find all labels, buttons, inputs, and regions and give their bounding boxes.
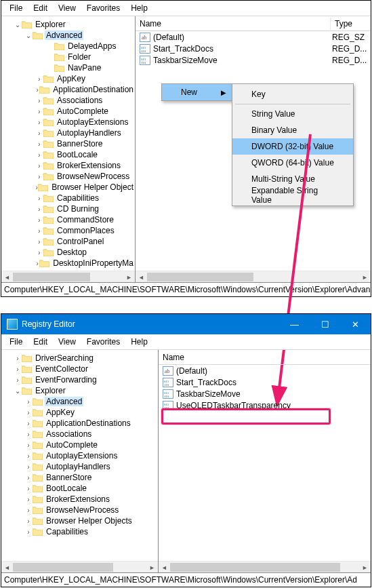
menu-file[interactable]: File [4, 336, 28, 348]
scroll-right-icon[interactable]: ► [146, 562, 158, 572]
list-row[interactable]: ab(Default)REG_SZ [136, 31, 371, 43]
chevron-right-icon[interactable]: › [35, 248, 43, 256]
chevron-right-icon[interactable]: › [24, 419, 33, 427]
ctx-item[interactable]: String Value [232, 106, 353, 122]
col-name[interactable]: Name [136, 18, 331, 30]
scroll-right-icon[interactable]: ► [359, 271, 371, 282]
ctx-item[interactable]: Key [232, 86, 353, 102]
chevron-right-icon[interactable]: › [24, 517, 33, 525]
chevron-right-icon[interactable]: › [35, 140, 43, 148]
chevron-right-icon[interactable]: › [35, 194, 43, 202]
tree-item[interactable]: ›DriverSearching [1, 353, 158, 364]
menu-edit[interactable]: Edit [28, 336, 53, 348]
menu-view[interactable]: View [53, 336, 81, 348]
tree-item[interactable]: ›BootLocale [1, 149, 135, 160]
chevron-right-icon[interactable]: › [35, 96, 43, 104]
tree-item[interactable]: ›ApplicationDestination [1, 84, 135, 95]
list-scrollbar-h[interactable]: ◄ ► [159, 561, 371, 572]
tree-item[interactable]: ›AutoplayExtensions [1, 117, 135, 128]
list-row[interactable]: ab(Default) [159, 365, 371, 376]
ctx-item[interactable]: Binary Value [232, 122, 353, 138]
chevron-right-icon[interactable]: › [35, 75, 43, 83]
tree-item[interactable]: ›BannerStore [1, 472, 158, 483]
list-pane[interactable]: Name ab(Default)011110Start_TrackDocs011… [159, 350, 371, 572]
tree-item[interactable]: ›ControlPanel [1, 236, 135, 247]
chevron-right-icon[interactable]: › [24, 506, 33, 514]
list-row[interactable]: 011110Start_TrackDocs [159, 376, 371, 388]
menu-favorites[interactable]: Favorites [81, 336, 125, 348]
tree-item[interactable]: ›CommonPlaces [1, 225, 135, 236]
tree-item[interactable]: ›BrokerExtensions [1, 494, 158, 505]
tree-item[interactable]: ›BannerStore [1, 138, 135, 149]
chevron-right-icon[interactable]: › [24, 473, 33, 482]
ctx-item[interactable]: DWORD (32-bit) Value [232, 138, 353, 155]
tree-item[interactable]: ›Browser Helper Object [1, 182, 135, 193]
chevron-down-icon[interactable]: ⌄ [14, 387, 22, 395]
tree-item[interactable]: ›Folder [1, 52, 135, 62]
tree-item[interactable]: ›Associations [1, 95, 135, 106]
menu-help[interactable]: Help [125, 2, 153, 14]
ctx-new[interactable]: New ▶ [162, 84, 232, 100]
chevron-right-icon[interactable]: › [24, 528, 33, 536]
maximize-button[interactable]: ☐ [310, 314, 340, 334]
tree-item[interactable]: ⌄Explorer [1, 385, 158, 396]
chevron-right-icon[interactable]: › [24, 495, 33, 503]
tree-item[interactable]: ›BootLocale [1, 483, 158, 494]
tree-scrollbar-h[interactable]: ◄ ► [1, 271, 135, 282]
tree-item[interactable]: ›Associations [1, 429, 158, 439]
tree-item[interactable]: ›DesktopIniPropertyMa [1, 258, 135, 269]
chevron-down-icon[interactable]: ⌄ [24, 31, 33, 39]
chevron-right-icon[interactable]: › [14, 376, 22, 384]
tree-item[interactable]: ›EventCollector [1, 364, 158, 374]
tree-item[interactable]: ›Desktop [1, 247, 135, 258]
col-type[interactable]: Type [331, 18, 371, 30]
tree-item[interactable]: ›BrokerExtensions [1, 160, 135, 171]
tree-item[interactable]: ›DelayedApps [1, 41, 135, 52]
tree-item[interactable]: ›BrowseNewProcess [1, 171, 135, 182]
chevron-right-icon[interactable]: › [35, 227, 43, 235]
tree-item[interactable]: ›NavPane [1, 62, 135, 73]
ctx-item[interactable]: Multi-String Value [232, 171, 353, 187]
tree-item[interactable]: ›Capabilities [1, 193, 135, 203]
tree-item[interactable]: ⌄Advanced [1, 30, 135, 41]
tree-item[interactable]: ⌄Explorer [1, 19, 135, 30]
list-row[interactable]: 011110Start_TrackDocsREG_D... [136, 43, 371, 54]
col-name[interactable]: Name [159, 351, 371, 364]
tree-item[interactable]: ›AppKey [1, 407, 158, 418]
menu-edit[interactable]: Edit [28, 2, 53, 14]
chevron-right-icon[interactable]: › [35, 205, 43, 213]
chevron-right-icon[interactable]: › [35, 161, 43, 170]
menu-view[interactable]: View [53, 2, 81, 14]
scroll-left-icon[interactable]: ◄ [136, 271, 147, 282]
menu-file[interactable]: File [4, 2, 28, 14]
tree-item[interactable]: ›AutoComplete [1, 106, 135, 117]
close-button[interactable]: ✕ [340, 314, 371, 334]
ctx-item[interactable]: QWORD (64-bit) Value [232, 155, 353, 171]
scroll-right-icon[interactable]: ► [123, 271, 135, 282]
chevron-right-icon[interactable]: › [24, 441, 33, 449]
chevron-right-icon[interactable]: › [14, 365, 22, 373]
tree-pane[interactable]: ⌄Explorer⌄Advanced›DelayedApps›Folder›Na… [1, 16, 136, 282]
chevron-right-icon[interactable]: › [24, 397, 33, 406]
menu-favorites[interactable]: Favorites [81, 2, 125, 14]
tree-item[interactable]: ›Browser Helper Objects [1, 515, 158, 526]
chevron-right-icon[interactable]: › [35, 151, 43, 159]
tree-item[interactable]: ›CD Burning [1, 203, 135, 214]
chevron-right-icon[interactable]: › [24, 452, 33, 460]
tree-item[interactable]: ›AutoplayHandlers [1, 128, 135, 138]
tree-item[interactable]: ›AutoplayHandlers [1, 461, 158, 472]
tree-item[interactable]: ›ApplicationDestinations [1, 418, 158, 429]
scroll-left-icon[interactable]: ◄ [1, 562, 13, 572]
ctx-item[interactable]: Expandable String Value [232, 187, 353, 203]
chevron-right-icon[interactable]: › [24, 430, 33, 438]
tree-scrollbar-h[interactable]: ◄ ► [1, 561, 158, 572]
minimize-button[interactable]: — [279, 314, 310, 334]
tree-item[interactable]: ›BrowseNewProcess [1, 505, 158, 515]
chevron-right-icon[interactable]: › [24, 408, 33, 416]
list-scrollbar-h[interactable]: ◄ ► [136, 271, 371, 282]
scroll-left-icon[interactable]: ◄ [1, 271, 13, 282]
chevron-right-icon[interactable]: › [35, 129, 43, 137]
chevron-right-icon[interactable]: › [35, 216, 43, 224]
chevron-down-icon[interactable]: ⌄ [14, 20, 22, 28]
tree-item[interactable]: ›Capabilities [1, 526, 158, 537]
